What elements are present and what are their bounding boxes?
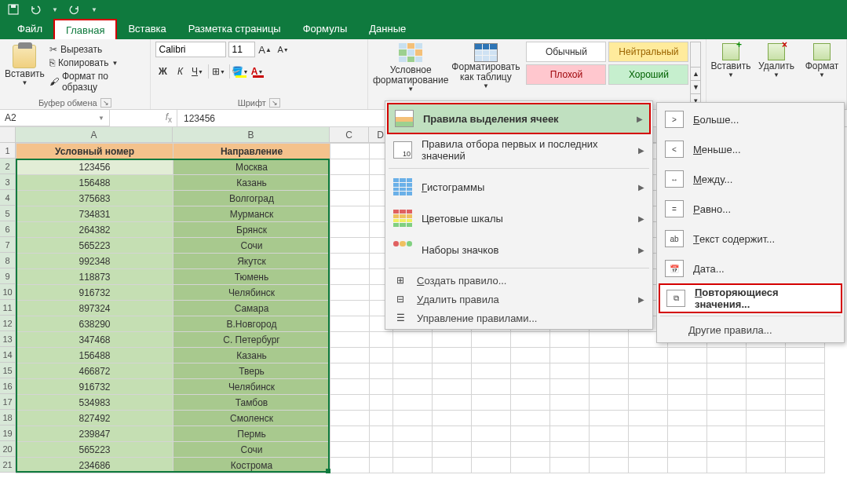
menu-between[interactable]: ↔ Между...	[659, 164, 842, 194]
cell-blank[interactable]	[590, 332, 629, 348]
style-normal[interactable]: Обычный	[526, 42, 606, 62]
row-header-3[interactable]: 3	[0, 174, 16, 190]
cell-blank[interactable]	[472, 348, 511, 363]
cell-blank[interactable]	[330, 285, 370, 301]
row-header-21[interactable]: 21	[0, 457, 16, 473]
bold-button[interactable]: Ж	[155, 64, 171, 79]
cell-blank[interactable]	[668, 458, 707, 473]
cell-blank[interactable]	[550, 363, 590, 379]
menu-less-than[interactable]: < Меньше...	[659, 134, 842, 164]
copy-button[interactable]: ⎘Копировать▼	[48, 57, 145, 69]
cell-blank[interactable]	[707, 379, 747, 395]
decrease-font-icon[interactable]: A▼	[276, 42, 291, 57]
cell-blank[interactable]	[433, 332, 472, 348]
cell-blank[interactable]	[629, 426, 668, 442]
undo-dropdown-icon[interactable]: ▼	[52, 6, 58, 13]
cell-a10[interactable]: 916732	[16, 285, 173, 301]
dialog-launcher-icon[interactable]: ↘	[100, 98, 111, 108]
cell-blank[interactable]	[472, 426, 511, 442]
cell-blank[interactable]	[433, 379, 472, 395]
cell-blank[interactable]	[433, 458, 472, 473]
cell-a15[interactable]: 466872	[16, 363, 173, 379]
redo-icon[interactable]	[69, 4, 80, 15]
cell-blank[interactable]	[707, 426, 747, 442]
delete-cells-button[interactable]: Удалить▼	[757, 43, 796, 79]
menu-data-bars[interactable]: Гистограммы ▶	[387, 171, 651, 203]
cell-blank[interactable]	[330, 363, 370, 379]
cell-blank[interactable]	[786, 395, 825, 411]
style-good[interactable]: Хороший	[608, 64, 688, 85]
cell-blank[interactable]	[747, 348, 786, 363]
header-cell-a[interactable]: Условный номер	[16, 144, 173, 159]
cell-blank[interactable]	[590, 348, 629, 363]
cell-blank[interactable]	[330, 159, 370, 175]
header-cell-b[interactable]: Направление	[173, 144, 330, 159]
cell-blank[interactable]	[330, 222, 370, 238]
cell-blank[interactable]	[330, 379, 370, 395]
cell-blank[interactable]	[629, 363, 668, 379]
cell-b20[interactable]: Сочи	[173, 442, 330, 458]
menu-text-contains[interactable]: ab Текст содержит...	[659, 224, 842, 254]
cell-blank[interactable]	[393, 332, 433, 348]
cell-blank[interactable]	[590, 442, 629, 458]
tab-formulas[interactable]: Формулы	[292, 19, 359, 39]
font-size-select[interactable]	[228, 42, 255, 57]
cell-blank[interactable]	[330, 238, 370, 254]
row-header-4[interactable]: 4	[0, 190, 16, 206]
menu-color-scales[interactable]: Цветовые шкалы ▶	[387, 203, 651, 234]
cell-blank[interactable]	[370, 379, 393, 395]
select-all-corner[interactable]	[0, 127, 16, 143]
cell-blank[interactable]	[330, 458, 370, 473]
cell-a3[interactable]: 156488	[16, 175, 173, 191]
cell-blank[interactable]	[393, 348, 433, 363]
tab-file[interactable]: Файл	[6, 19, 53, 39]
italic-button[interactable]: К	[173, 64, 188, 79]
cell-blank[interactable]	[330, 316, 370, 332]
cell-blank[interactable]	[786, 458, 825, 473]
cell-blank[interactable]	[472, 332, 511, 348]
row-header-2[interactable]: 2	[0, 159, 16, 174]
cell-a16[interactable]: 916732	[16, 379, 173, 395]
cell-blank[interactable]	[370, 332, 393, 348]
cell-blank[interactable]	[370, 395, 393, 411]
cell-blank[interactable]	[786, 379, 825, 395]
cell-blank[interactable]	[330, 191, 370, 206]
cell-a7[interactable]: 565223	[16, 238, 173, 254]
cell-a12[interactable]: 638290	[16, 316, 173, 332]
cell-b11[interactable]: Самара	[173, 301, 330, 316]
cell-blank[interactable]	[393, 379, 433, 395]
font-color-button[interactable]: А▼	[250, 64, 265, 79]
cell-a14[interactable]: 156488	[16, 348, 173, 363]
cell-blank[interactable]	[330, 348, 370, 363]
format-as-table-button[interactable]: Форматировать как таблицу▼	[451, 42, 520, 108]
column-header-A[interactable]: A	[16, 127, 173, 143]
row-header-19[interactable]: 19	[0, 425, 16, 441]
cell-blank[interactable]	[668, 379, 707, 395]
cell-blank[interactable]	[668, 348, 707, 363]
insert-cells-button[interactable]: Вставить▼	[711, 43, 750, 79]
cell-blank[interactable]	[550, 395, 590, 411]
cell-blank[interactable]	[433, 442, 472, 458]
cell-blank[interactable]	[393, 426, 433, 442]
menu-duplicate-values[interactable]: ⧉ Повторяющиеся значения...	[659, 283, 842, 313]
tab-data[interactable]: Данные	[358, 19, 417, 39]
row-header-18[interactable]: 18	[0, 410, 16, 425]
cell-blank[interactable]	[629, 348, 668, 363]
menu-equal-to[interactable]: = Равно...	[659, 194, 842, 224]
cell-b16[interactable]: Челябинск	[173, 379, 330, 395]
cell-blank[interactable]	[747, 363, 786, 379]
cell-blank[interactable]	[330, 269, 370, 285]
cell-blank[interactable]	[472, 363, 511, 379]
fx-icon[interactable]: fx	[166, 111, 172, 124]
cell-blank[interactable]	[370, 348, 393, 363]
cell-a20[interactable]: 565223	[16, 442, 173, 458]
cell-blank[interactable]	[707, 363, 747, 379]
cell-b17[interactable]: Тамбов	[173, 395, 330, 411]
cell-b5[interactable]: Мурманск	[173, 206, 330, 222]
cell-blank[interactable]	[590, 426, 629, 442]
cell-blank[interactable]	[747, 426, 786, 442]
cell-blank[interactable]	[707, 348, 747, 363]
row-header-6[interactable]: 6	[0, 221, 16, 237]
menu-more-rules[interactable]: Другие правила...	[659, 319, 842, 341]
menu-manage-rules[interactable]: ☰ Управление правилами...	[387, 309, 651, 327]
